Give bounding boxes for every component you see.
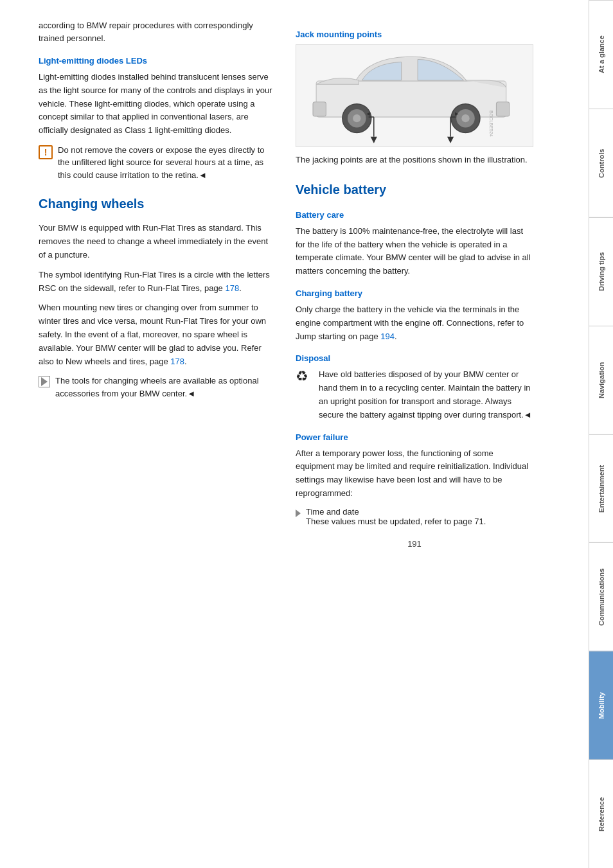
changing-wheels-note-text: The tools for changing wheels are availa… [55,375,276,400]
charging-battery-heading: Charging battery [296,288,533,298]
changing-wheels-heading: Changing wheels [39,197,276,214]
left-column: according to BMW repair procedures with … [39,19,276,849]
link-71[interactable]: 71 [474,517,483,526]
bullet-item-content: Time and date These values must be updat… [306,507,486,526]
link-194[interactable]: 194 [380,332,395,341]
page-wrapper: according to BMW repair procedures with … [0,0,613,868]
svg-point-8 [461,114,469,122]
disposal-body: Have old batteries disposed of by your B… [319,368,533,421]
jack-heading: Jack mounting points [296,30,533,39]
warning-icon: ! [39,145,53,159]
link-178-2[interactable]: 178 [170,357,184,366]
bullet-item-time: Time and date These values must be updat… [296,507,533,526]
svg-rect-2 [496,102,509,116]
bullet-detail: These values must be updated, refer to p… [306,517,486,526]
sidebar-tab-mobility[interactable]: Mobility [589,651,613,759]
link-178-1[interactable]: 178 [225,283,239,293]
sidebar-tab-controls[interactable]: Controls [589,109,613,217]
changing-wheels-p2: The symbol identifying Run-Flat Tires is… [39,269,276,296]
recycle-icon: ♻ [296,368,314,386]
battery-care-body: The battery is 100% maintenance-free, th… [296,225,533,278]
sidebar-tab-entertainment[interactable]: Entertainment [589,434,613,543]
disposal-box: ♻ Have old batteries disposed of by your… [296,368,533,421]
svg-rect-1 [313,102,326,116]
svg-text:►: ► [454,111,459,117]
jack-image: ◄ ► BGCLBE524 [296,44,533,147]
sidebar: At a glance Controls Driving tips Naviga… [589,0,613,868]
sidebar-tab-reference[interactable]: Reference [589,759,613,868]
battery-care-heading: Battery care [296,210,533,220]
charging-battery-body: Only charge the battery in the vehicle v… [296,303,533,343]
led-warning-text: Do not remove the covers or expose the e… [58,144,276,182]
main-content: according to BMW repair procedures with … [0,0,589,868]
bullet-label: Time and date [306,507,486,517]
svg-point-5 [353,114,360,122]
led-body: Light-emitting diodes installed behind t… [39,71,276,137]
note-icon [39,376,50,387]
jack-caption: The jacking points are at the positions … [296,154,533,167]
svg-text:BGCLBE524: BGCLBE524 [488,111,493,137]
svg-marker-14 [447,137,454,143]
svg-marker-10 [371,137,377,143]
power-failure-body: After a temporary power loss, the functi… [296,447,533,500]
page-number: 191 [296,539,533,549]
right-column: Jack mounting points [296,19,533,849]
sidebar-tab-communications[interactable]: Communications [589,542,613,651]
intro-text: according to BMW repair procedures with … [39,19,276,44]
changing-wheels-note-box: The tools for changing wheels are availa… [39,375,276,400]
sidebar-tab-at-a-glance[interactable]: At a glance [589,0,613,109]
sidebar-tab-navigation[interactable]: Navigation [589,326,613,434]
changing-wheels-p3: When mounting new tires or changing over… [39,301,276,368]
vehicle-battery-heading: Vehicle battery [296,182,533,200]
bullet-arrow-icon [296,509,301,517]
led-warning-box: ! Do not remove the covers or expose the… [39,144,276,182]
led-heading: Light-emitting diodes LEDs [39,56,276,66]
changing-wheels-p1: Your BMW is equipped with Run-Flat Tires… [39,222,276,261]
power-failure-heading: Power failure [296,432,533,442]
sidebar-tab-driving-tips[interactable]: Driving tips [589,217,613,326]
svg-text:◄: ◄ [366,111,371,117]
disposal-heading: Disposal [296,353,533,363]
